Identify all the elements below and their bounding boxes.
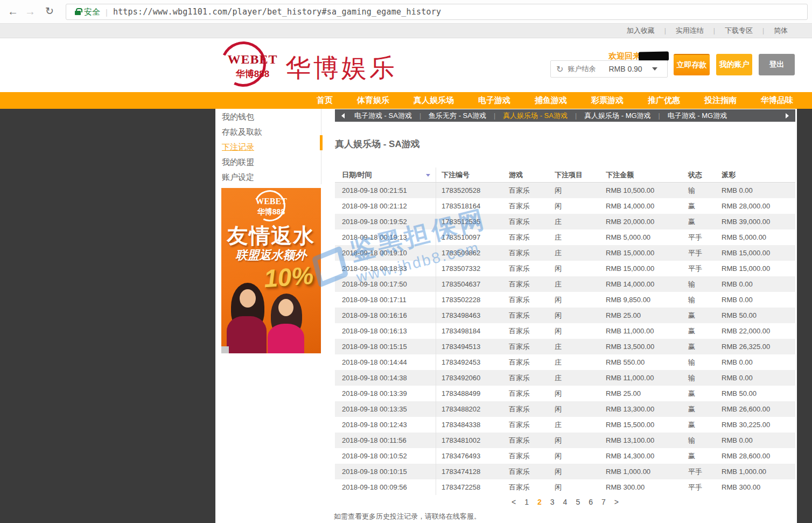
logo-main-text: WEBET xyxy=(223,52,282,67)
quicklink-1[interactable]: 加入收藏 xyxy=(627,26,655,36)
page-number[interactable]: 6 xyxy=(589,498,593,506)
table-cell: 百家乐 xyxy=(503,370,549,386)
table-header-row: 日期/时间下注编号游戏下注项目下注金额状态派彩 xyxy=(335,168,795,183)
tab-separator: | xyxy=(575,112,577,120)
browser-back-icon[interactable]: ← xyxy=(8,4,18,18)
balance-refresh-icon[interactable]: ↻ xyxy=(556,64,563,74)
balance-dropdown-icon[interactable] xyxy=(652,67,657,71)
nav-item[interactable]: 华博品味 xyxy=(761,95,793,106)
quicklink-3[interactable]: 下载专区 xyxy=(725,26,753,36)
table-cell: 庄 xyxy=(549,245,600,261)
page-number[interactable]: 3 xyxy=(550,498,555,506)
table-cell: RMB 11,000.00 xyxy=(600,370,683,386)
page-next[interactable]: > xyxy=(614,498,619,506)
table-cell: RMB 0.00 xyxy=(716,433,795,448)
table-cell: RMB 13,500.00 xyxy=(600,339,683,354)
table-cell: 庄 xyxy=(549,276,600,292)
sidebar-item[interactable]: 账户设定 xyxy=(222,172,254,183)
nav-item[interactable]: 体育娱乐 xyxy=(357,95,389,106)
table-cell: RMB 50.00 xyxy=(716,308,795,323)
sidebar-item[interactable]: 我的联盟 xyxy=(222,157,254,168)
table-cell: 百家乐 xyxy=(503,261,549,276)
table-cell: 赢 xyxy=(683,339,716,354)
table-cell: 赢 xyxy=(683,214,716,229)
sidebar-item[interactable]: 我的钱包 xyxy=(222,112,254,122)
table-row: 2018-09-18 00:15:151783494513百家乐庄RMB 13,… xyxy=(335,339,795,354)
page-number[interactable]: 2 xyxy=(537,498,542,506)
table-cell: 闲 xyxy=(549,308,600,323)
game-tab[interactable]: 电子游戏 - MG游戏 xyxy=(668,111,727,121)
table-cell: 平手 xyxy=(683,229,716,245)
table-cell: 百家乐 xyxy=(503,433,549,448)
table-cell: RMB 0.00 xyxy=(716,183,795,198)
balance-value: RMB 0.90 xyxy=(608,65,642,73)
table-cell: RMB 13,300.00 xyxy=(600,401,683,417)
table-row: 2018-09-18 00:12:431783484338百家乐庄RMB 15,… xyxy=(335,417,795,433)
tabs-scroll-left-icon[interactable] xyxy=(341,113,345,118)
table-cell: 2018-09-18 00:18:33 xyxy=(335,261,436,276)
table-cell: 平手 xyxy=(683,464,716,479)
quicklink-separator: | xyxy=(762,27,764,34)
table-cell: RMB 25.00 xyxy=(600,308,683,323)
nav-item[interactable]: 首页 xyxy=(317,95,333,106)
deposit-button[interactable]: 立即存款 xyxy=(674,54,710,75)
page-number[interactable]: 5 xyxy=(576,498,580,506)
sidebar-item[interactable]: 存款及取款 xyxy=(222,127,262,137)
logout-button[interactable]: 登出 xyxy=(759,54,795,75)
nav-item[interactable]: 推广优惠 xyxy=(648,95,680,106)
promo-banner[interactable]: WEBET 华博888 友情返水 联盟返水额外 10% xyxy=(221,188,321,353)
table-cell: 赢 xyxy=(683,448,716,464)
nav-item[interactable]: 真人娱乐场 xyxy=(414,95,454,106)
banner-model-photo xyxy=(227,316,267,353)
table-cell: RMB 300.00 xyxy=(600,479,683,495)
nav-item[interactable]: 投注指南 xyxy=(704,95,737,106)
table-cell: 2018-09-18 00:11:56 xyxy=(335,433,436,448)
site-logo[interactable]: WEBET 华博888 xyxy=(223,52,282,80)
table-cell: 1783484338 xyxy=(436,417,503,433)
table-cell: RMB 5,000.00 xyxy=(716,229,795,245)
table-row: 2018-09-18 00:09:561783472258百家乐闲RMB 300… xyxy=(335,479,795,495)
table-cell: 2018-09-18 00:19:52 xyxy=(335,214,436,229)
table-cell: 输 xyxy=(683,370,716,386)
table-cell: RMB 0.00 xyxy=(716,292,795,308)
page-prev[interactable]: < xyxy=(512,498,516,506)
game-tabs-bar: 电子游戏 - SA游戏|鱼乐无穷 - SA游戏|真人娱乐场 - SA游戏|真人娱… xyxy=(335,109,795,122)
nav-item[interactable]: 电子游戏 xyxy=(478,95,510,106)
browser-forward-icon[interactable]: → xyxy=(25,4,36,18)
table-cell: 百家乐 xyxy=(503,354,549,370)
table-row: 2018-09-18 00:21:511783520528百家乐闲RMB 10,… xyxy=(335,183,795,198)
browser-refresh-icon[interactable]: ↻ xyxy=(45,4,54,18)
tabs-scroll-right-icon[interactable] xyxy=(786,113,789,118)
table-cell: 2018-09-18 00:12:43 xyxy=(335,417,436,433)
column-header[interactable]: 日期/时间 xyxy=(335,168,436,182)
table-cell: RMB 25.00 xyxy=(600,386,683,401)
sidebar-item[interactable]: 下注记录 xyxy=(222,142,254,152)
my-account-button[interactable]: 我的账户 xyxy=(716,54,752,75)
table-cell: RMB 14,000.00 xyxy=(600,198,683,214)
sort-icon[interactable] xyxy=(426,174,430,177)
nav-item[interactable]: 彩票游戏 xyxy=(591,95,624,106)
table-cell: 2018-09-18 00:13:35 xyxy=(335,401,436,417)
quicklink-4[interactable]: 简体 xyxy=(774,26,788,36)
column-header: 下注金额 xyxy=(600,168,683,182)
table-cell: RMB 1,000.00 xyxy=(600,464,683,479)
page-number[interactable]: 4 xyxy=(563,498,568,506)
game-tab[interactable]: 真人娱乐场 - MG游戏 xyxy=(584,111,651,121)
table-cell: 2018-09-18 00:10:52 xyxy=(335,448,436,464)
table-cell: 输 xyxy=(683,292,716,308)
url-text[interactable]: https://www.wbg1101.com/player/bet_histo… xyxy=(113,7,441,17)
table-cell: RMB 26,325.00 xyxy=(716,339,795,354)
page-number[interactable]: 1 xyxy=(524,498,529,506)
quicklink-2[interactable]: 实用连结 xyxy=(676,26,704,36)
page-number[interactable]: 7 xyxy=(601,498,606,506)
table-cell: 闲 xyxy=(549,464,600,479)
game-tab[interactable]: 鱼乐无穷 - SA游戏 xyxy=(429,111,486,121)
game-tab[interactable]: 真人娱乐场 - SA游戏 xyxy=(503,111,568,121)
nav-item[interactable]: 捕鱼游戏 xyxy=(535,95,567,106)
address-bar[interactable]: 安全 | https://www.wbg1101.com/player/bet_… xyxy=(66,4,808,20)
table-cell: 1783494513 xyxy=(436,339,503,354)
table-cell: 百家乐 xyxy=(503,229,549,245)
table-cell: 输 xyxy=(683,276,716,292)
table-row: 2018-09-18 00:10:521783476493百家乐闲RMB 14,… xyxy=(335,448,795,464)
game-tab[interactable]: 电子游戏 - SA游戏 xyxy=(354,111,412,121)
